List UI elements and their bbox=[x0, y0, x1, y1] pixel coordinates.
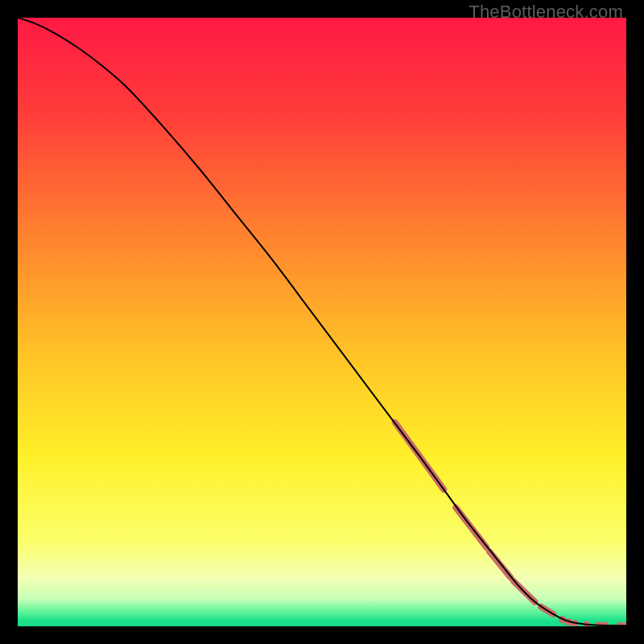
bottleneck-chart bbox=[18, 18, 626, 626]
chart-frame bbox=[18, 18, 626, 626]
chart-background bbox=[18, 18, 626, 626]
watermark-text: TheBottleneck.com bbox=[469, 2, 623, 23]
